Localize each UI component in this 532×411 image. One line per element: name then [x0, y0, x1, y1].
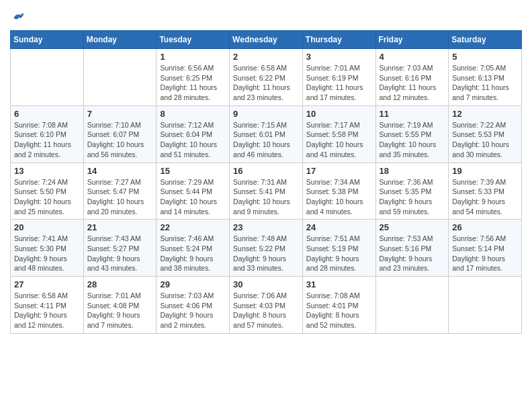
day-info: Sunrise: 7:53 AM Sunset: 5:16 PM Dayligh… [380, 234, 445, 273]
calendar-cell: 10Sunrise: 7:17 AM Sunset: 5:58 PM Dayli… [302, 105, 375, 163]
day-number: 9 [233, 109, 299, 119]
calendar-cell: 5Sunrise: 7:05 AM Sunset: 6:13 PM Daylig… [449, 49, 522, 106]
day-number: 21 [87, 222, 153, 232]
calendar-cell [83, 49, 157, 106]
calendar-cell: 16Sunrise: 7:31 AM Sunset: 5:41 PM Dayli… [230, 163, 303, 220]
day-number: 2 [233, 52, 299, 62]
calendar-week-row: 27Sunrise: 6:58 AM Sunset: 4:11 PM Dayli… [11, 277, 522, 334]
day-number: 1 [160, 52, 226, 62]
day-number: 6 [14, 109, 80, 119]
page-header [10, 10, 522, 24]
calendar-cell: 2Sunrise: 6:58 AM Sunset: 6:22 PM Daylig… [230, 49, 303, 106]
calendar-cell: 17Sunrise: 7:34 AM Sunset: 5:38 PM Dayli… [302, 163, 375, 220]
day-number: 11 [380, 109, 445, 119]
calendar-cell: 24Sunrise: 7:51 AM Sunset: 5:19 PM Dayli… [302, 220, 375, 277]
day-info: Sunrise: 7:46 AM Sunset: 5:24 PM Dayligh… [160, 234, 226, 273]
day-info: Sunrise: 7:17 AM Sunset: 5:58 PM Dayligh… [306, 120, 372, 160]
day-number: 31 [306, 279, 372, 289]
calendar-week-row: 6Sunrise: 7:08 AM Sunset: 6:10 PM Daylig… [11, 105, 522, 163]
day-number: 28 [87, 279, 153, 289]
day-info: Sunrise: 7:06 AM Sunset: 4:03 PM Dayligh… [233, 291, 299, 330]
calendar-cell: 31Sunrise: 7:08 AM Sunset: 4:01 PM Dayli… [302, 277, 375, 334]
day-header-monday: Monday [83, 31, 157, 49]
day-header-sunday: Sunday [11, 31, 84, 49]
day-number: 18 [380, 166, 445, 176]
logo-bird-icon [11, 10, 25, 24]
calendar-cell: 25Sunrise: 7:53 AM Sunset: 5:16 PM Dayli… [375, 220, 449, 277]
calendar-cell: 22Sunrise: 7:46 AM Sunset: 5:24 PM Dayli… [157, 220, 230, 277]
day-number: 20 [14, 222, 80, 232]
day-info: Sunrise: 7:08 AM Sunset: 4:01 PM Dayligh… [306, 291, 372, 330]
day-number: 15 [160, 166, 226, 176]
calendar-cell: 11Sunrise: 7:19 AM Sunset: 5:55 PM Dayli… [375, 105, 449, 163]
day-info: Sunrise: 7:08 AM Sunset: 6:10 PM Dayligh… [14, 120, 80, 160]
day-header-friday: Friday [375, 31, 449, 49]
day-number: 27 [14, 279, 80, 289]
day-header-tuesday: Tuesday [157, 31, 230, 49]
day-info: Sunrise: 7:41 AM Sunset: 5:30 PM Dayligh… [14, 234, 80, 273]
day-info: Sunrise: 7:05 AM Sunset: 6:13 PM Dayligh… [452, 63, 518, 103]
day-info: Sunrise: 7:29 AM Sunset: 5:44 PM Dayligh… [160, 177, 226, 217]
calendar-cell: 19Sunrise: 7:39 AM Sunset: 5:33 PM Dayli… [449, 163, 522, 220]
day-number: 3 [306, 52, 372, 62]
logo [10, 10, 25, 24]
calendar-cell: 28Sunrise: 7:01 AM Sunset: 4:08 PM Dayli… [83, 277, 157, 334]
calendar-table: SundayMondayTuesdayWednesdayThursdayFrid… [10, 30, 522, 334]
day-number: 12 [452, 109, 518, 119]
day-number: 26 [452, 222, 518, 232]
day-info: Sunrise: 7:39 AM Sunset: 5:33 PM Dayligh… [452, 177, 518, 217]
calendar-cell [375, 277, 449, 334]
day-number: 19 [452, 166, 518, 176]
calendar-cell: 4Sunrise: 7:03 AM Sunset: 6:16 PM Daylig… [375, 49, 449, 106]
day-info: Sunrise: 6:58 AM Sunset: 4:11 PM Dayligh… [14, 291, 80, 330]
calendar-cell: 12Sunrise: 7:22 AM Sunset: 5:53 PM Dayli… [449, 105, 522, 163]
calendar-cell: 20Sunrise: 7:41 AM Sunset: 5:30 PM Dayli… [11, 220, 84, 277]
calendar-cell: 13Sunrise: 7:24 AM Sunset: 5:50 PM Dayli… [11, 163, 84, 220]
day-header-wednesday: Wednesday [230, 31, 303, 49]
day-info: Sunrise: 6:56 AM Sunset: 6:25 PM Dayligh… [160, 63, 226, 103]
day-header-thursday: Thursday [302, 31, 375, 49]
day-info: Sunrise: 7:56 AM Sunset: 5:14 PM Dayligh… [452, 234, 518, 273]
calendar-cell: 3Sunrise: 7:01 AM Sunset: 6:19 PM Daylig… [302, 49, 375, 106]
day-info: Sunrise: 7:43 AM Sunset: 5:27 PM Dayligh… [87, 234, 153, 273]
day-number: 30 [233, 279, 299, 289]
calendar-cell: 6Sunrise: 7:08 AM Sunset: 6:10 PM Daylig… [11, 105, 84, 163]
day-number: 25 [380, 222, 445, 232]
day-info: Sunrise: 7:24 AM Sunset: 5:50 PM Dayligh… [14, 177, 80, 217]
day-number: 10 [306, 109, 372, 119]
day-number: 13 [14, 166, 80, 176]
day-info: Sunrise: 6:58 AM Sunset: 6:22 PM Dayligh… [233, 63, 299, 103]
day-info: Sunrise: 7:34 AM Sunset: 5:38 PM Dayligh… [306, 177, 372, 217]
calendar-header-row: SundayMondayTuesdayWednesdayThursdayFrid… [11, 31, 522, 49]
calendar-cell: 1Sunrise: 6:56 AM Sunset: 6:25 PM Daylig… [157, 49, 230, 106]
day-info: Sunrise: 7:51 AM Sunset: 5:19 PM Dayligh… [306, 234, 372, 273]
calendar-cell: 7Sunrise: 7:10 AM Sunset: 6:07 PM Daylig… [83, 105, 157, 163]
day-info: Sunrise: 7:03 AM Sunset: 6:16 PM Dayligh… [380, 63, 445, 103]
day-number: 14 [87, 166, 153, 176]
day-number: 22 [160, 222, 226, 232]
calendar-week-row: 13Sunrise: 7:24 AM Sunset: 5:50 PM Dayli… [11, 163, 522, 220]
calendar-cell: 18Sunrise: 7:36 AM Sunset: 5:35 PM Dayli… [375, 163, 449, 220]
day-info: Sunrise: 7:19 AM Sunset: 5:55 PM Dayligh… [380, 120, 445, 160]
day-info: Sunrise: 7:36 AM Sunset: 5:35 PM Dayligh… [380, 177, 445, 217]
calendar-week-row: 1Sunrise: 6:56 AM Sunset: 6:25 PM Daylig… [11, 49, 522, 106]
day-info: Sunrise: 7:48 AM Sunset: 5:22 PM Dayligh… [233, 234, 299, 273]
day-info: Sunrise: 7:01 AM Sunset: 6:19 PM Dayligh… [306, 63, 372, 103]
calendar-cell: 9Sunrise: 7:15 AM Sunset: 6:01 PM Daylig… [230, 105, 303, 163]
day-number: 23 [233, 222, 299, 232]
day-info: Sunrise: 7:22 AM Sunset: 5:53 PM Dayligh… [452, 120, 518, 160]
day-info: Sunrise: 7:15 AM Sunset: 6:01 PM Dayligh… [233, 120, 299, 160]
calendar-cell: 27Sunrise: 6:58 AM Sunset: 4:11 PM Dayli… [11, 277, 84, 334]
calendar-week-row: 20Sunrise: 7:41 AM Sunset: 5:30 PM Dayli… [11, 220, 522, 277]
day-info: Sunrise: 7:31 AM Sunset: 5:41 PM Dayligh… [233, 177, 299, 217]
day-number: 24 [306, 222, 372, 232]
day-number: 17 [306, 166, 372, 176]
calendar-cell: 29Sunrise: 7:03 AM Sunset: 4:06 PM Dayli… [157, 277, 230, 334]
day-info: Sunrise: 7:27 AM Sunset: 5:47 PM Dayligh… [87, 177, 153, 217]
calendar-cell: 23Sunrise: 7:48 AM Sunset: 5:22 PM Dayli… [230, 220, 303, 277]
day-info: Sunrise: 7:12 AM Sunset: 6:04 PM Dayligh… [160, 120, 226, 160]
calendar-cell: 21Sunrise: 7:43 AM Sunset: 5:27 PM Dayli… [83, 220, 157, 277]
day-number: 29 [160, 279, 226, 289]
calendar-cell: 8Sunrise: 7:12 AM Sunset: 6:04 PM Daylig… [157, 105, 230, 163]
day-header-saturday: Saturday [449, 31, 522, 49]
